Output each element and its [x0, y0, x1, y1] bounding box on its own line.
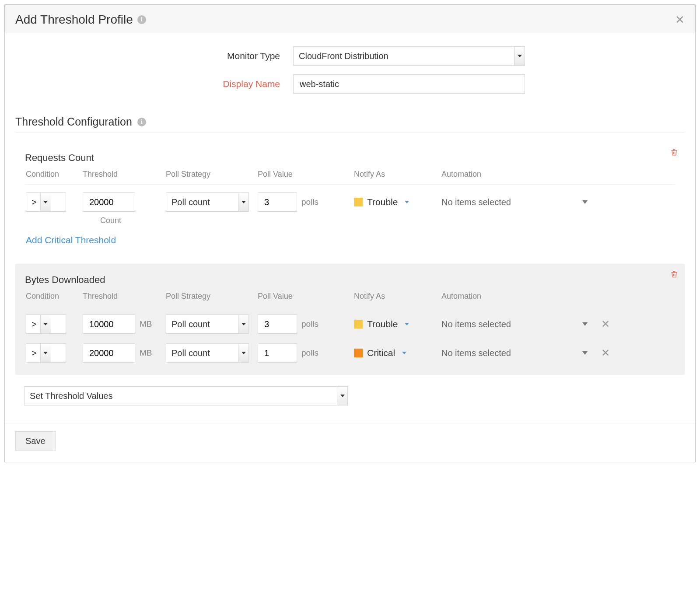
chevron-down-icon [40, 193, 51, 211]
automation-select[interactable]: No items selected [441, 348, 595, 358]
poll-strategy-select[interactable]: Poll count [166, 314, 249, 334]
column-header: Poll Value [258, 170, 354, 179]
column-header: Threshold [83, 292, 166, 301]
chevron-down-icon [514, 47, 525, 65]
display-name-row: Display Name [15, 74, 685, 94]
condition-select[interactable]: > [26, 314, 66, 334]
status-swatch [354, 320, 363, 328]
trash-icon[interactable] [670, 270, 679, 281]
divider [15, 133, 685, 133]
threshold-row: >MBPoll countpollsTroubleNo items select… [25, 307, 675, 335]
poll-value-input[interactable] [263, 193, 291, 211]
poll-strategy-select[interactable]: Poll count [166, 192, 249, 212]
threshold-profile-modal: Add Threshold Profile i ✕ Monitor Type C… [4, 4, 696, 462]
poll-value-input[interactable] [263, 344, 291, 362]
chevron-down-icon [405, 201, 409, 203]
chevron-down-icon [582, 200, 588, 204]
chevron-down-icon [238, 193, 248, 211]
modal-footer: Save [5, 423, 695, 462]
chevron-down-icon [40, 344, 51, 362]
unit-label: MB [140, 348, 152, 358]
monitor-type-select[interactable]: CloudFront Distribution [293, 46, 525, 66]
condition-select[interactable]: > [26, 343, 66, 363]
automation-label: No items selected [441, 197, 511, 207]
section-title: Requests Count [25, 152, 675, 164]
modal-title-text: Add Threshold Profile [15, 13, 133, 27]
set-threshold-select[interactable]: Set Threshold Values [24, 386, 348, 405]
column-header: Notify As [354, 170, 441, 179]
column-header: Poll Strategy [166, 292, 258, 301]
chevron-down-icon [582, 351, 588, 355]
set-threshold-row: Set Threshold Values [24, 386, 348, 405]
threshold-row: >MBPoll countpollsCriticalNo items selec… [25, 335, 675, 364]
notify-label: Trouble [367, 319, 398, 329]
section-title: Bytes Downloaded [25, 274, 675, 286]
column-headers: ConditionThresholdPoll StrategyPoll Valu… [25, 289, 675, 307]
modal-body: Monitor Type CloudFront Distribution Dis… [5, 33, 695, 423]
unit-label: MB [140, 319, 152, 329]
chevron-down-icon [238, 315, 248, 333]
automation-label: No items selected [441, 348, 511, 358]
condition-select[interactable]: > [26, 192, 66, 212]
poll-value-input-wrapper [258, 343, 297, 363]
threshold-input-wrapper [83, 314, 135, 334]
threshold-unit-label: Count [100, 216, 675, 225]
modal-header: Add Threshold Profile i ✕ [5, 5, 695, 33]
threshold-input[interactable] [88, 193, 130, 211]
set-threshold-label: Set Threshold Values [30, 391, 112, 401]
notify-as-select[interactable]: Critical [354, 348, 441, 358]
monitor-type-label: Monitor Type [15, 51, 293, 61]
poll-value-input[interactable] [263, 315, 291, 333]
poll-value-input-wrapper [258, 314, 297, 334]
threshold-row: >Poll countpollsTroubleNo items selected [25, 185, 675, 213]
column-header: Condition [26, 170, 83, 179]
threshold-input[interactable] [88, 344, 130, 362]
poll-strategy-select[interactable]: Poll count [166, 343, 249, 363]
chevron-down-icon [405, 323, 409, 325]
chevron-down-icon [337, 387, 347, 405]
threshold-section: Requests CountConditionThresholdPoll Str… [15, 142, 685, 256]
column-header: Automation [441, 170, 595, 179]
save-button[interactable]: Save [15, 431, 56, 451]
chevron-down-icon [40, 315, 51, 333]
threshold-section: Bytes DownloadedConditionThresholdPoll S… [15, 264, 685, 375]
poll-value-input-wrapper [258, 192, 297, 212]
remove-row-icon[interactable]: ✕ [595, 347, 616, 359]
poll-unit-label: polls [301, 348, 318, 358]
chevron-down-icon [402, 352, 406, 354]
trash-icon[interactable] [670, 148, 679, 159]
column-header: Condition [26, 292, 83, 301]
chevron-down-icon [238, 344, 248, 362]
status-swatch [354, 349, 363, 357]
status-swatch [354, 198, 363, 206]
column-header: Automation [441, 292, 595, 301]
column-header: Poll Strategy [166, 170, 258, 179]
notify-as-select[interactable]: Trouble [354, 197, 441, 207]
poll-unit-label: polls [301, 197, 318, 207]
monitor-type-row: Monitor Type CloudFront Distribution [15, 46, 685, 66]
info-icon[interactable]: i [137, 15, 146, 24]
chevron-down-icon [582, 322, 588, 326]
threshold-input[interactable] [88, 315, 130, 333]
remove-row-icon[interactable]: ✕ [595, 318, 616, 330]
poll-unit-label: polls [301, 319, 318, 329]
notify-label: Critical [367, 348, 395, 358]
threshold-config-title: Threshold Configuration i [15, 115, 685, 128]
automation-label: No items selected [441, 319, 511, 329]
threshold-input-wrapper [83, 343, 135, 363]
column-header: Threshold [83, 170, 166, 179]
modal-title: Add Threshold Profile i [15, 13, 146, 27]
monitor-type-value: CloudFront Distribution [299, 51, 388, 61]
close-icon[interactable]: ✕ [675, 14, 685, 25]
add-critical-threshold-link[interactable]: Add Critical Threshold [26, 235, 116, 245]
notify-as-select[interactable]: Trouble [354, 319, 441, 329]
info-icon[interactable]: i [137, 118, 146, 126]
notify-label: Trouble [367, 197, 398, 207]
automation-select[interactable]: No items selected [441, 319, 595, 329]
threshold-input-wrapper [83, 192, 135, 212]
column-header: Poll Value [258, 292, 354, 301]
column-header: Notify As [354, 292, 441, 301]
display-name-label: Display Name [15, 79, 293, 89]
display-name-input[interactable] [299, 75, 519, 93]
automation-select[interactable]: No items selected [441, 197, 595, 207]
